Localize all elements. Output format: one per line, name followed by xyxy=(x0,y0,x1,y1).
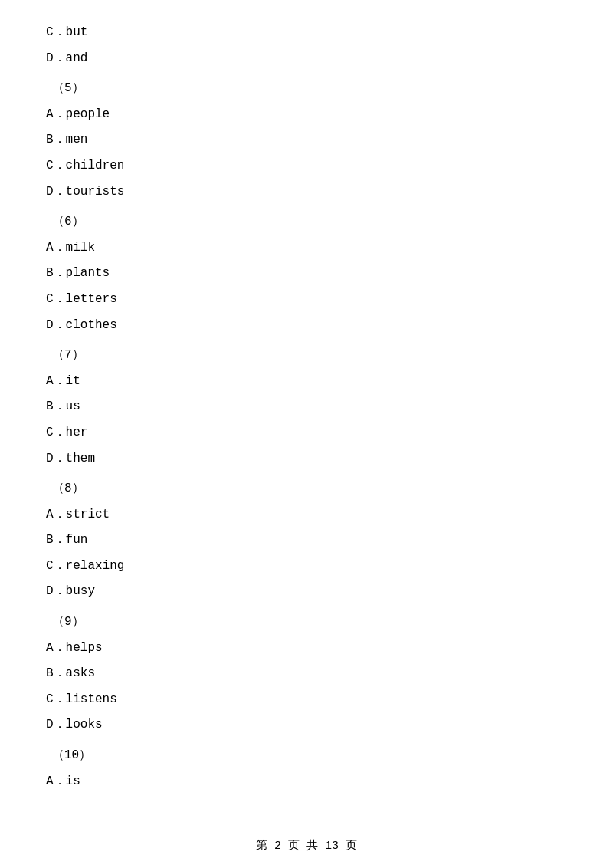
question-7-number: （7） xyxy=(46,346,567,366)
question-6-number: （6） xyxy=(46,212,567,232)
option-5a: A．people xyxy=(46,105,567,125)
option-7c: C．her xyxy=(46,423,567,443)
option-7b: B．us xyxy=(46,397,567,417)
option-9c: C．listens xyxy=(46,690,567,710)
option-9d: D．looks xyxy=(46,715,567,735)
option-5b: B．men xyxy=(46,130,567,150)
option-6a: A．milk xyxy=(46,238,567,258)
page-footer: 第 2 页 共 13 页 xyxy=(0,838,613,853)
option-9a: A．helps xyxy=(46,639,567,659)
option-5c: C．children xyxy=(46,156,567,176)
option-6b: B．plants xyxy=(46,264,567,284)
option-9b: B．asks xyxy=(46,664,567,684)
option-8d: D．busy xyxy=(46,582,567,602)
option-6d: D．clothes xyxy=(46,316,567,336)
option-c-but: C．but xyxy=(46,23,567,43)
question-9-number: （9） xyxy=(46,613,567,633)
question-5-number: （5） xyxy=(46,79,567,99)
main-content: C．but D．and （5） A．people B．men C．childre… xyxy=(0,0,613,843)
option-d-and: D．and xyxy=(46,49,567,69)
option-7d: D．them xyxy=(46,449,567,469)
question-8-number: （8） xyxy=(46,479,567,499)
option-8a: A．strict xyxy=(46,505,567,525)
question-10-number: （10） xyxy=(46,746,567,766)
option-6c: C．letters xyxy=(46,290,567,310)
option-8b: B．fun xyxy=(46,531,567,551)
option-10a: A．is xyxy=(46,772,567,792)
option-5d: D．tourists xyxy=(46,182,567,202)
option-7a: A．it xyxy=(46,372,567,392)
page-footer-text: 第 2 页 共 13 页 xyxy=(256,840,357,853)
option-8c: C．relaxing xyxy=(46,557,567,577)
